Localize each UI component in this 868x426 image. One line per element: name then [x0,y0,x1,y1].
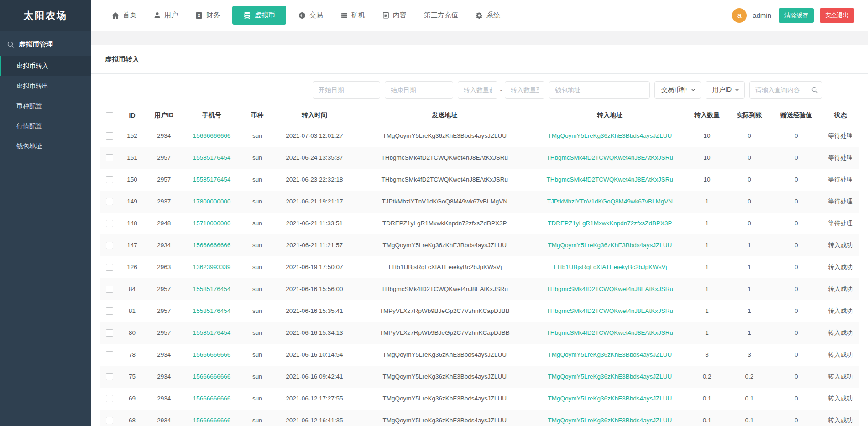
to-address-link[interactable]: THbgmcSMk4fD2TCWQKwet4nJ8EAtKxJSRu [547,307,674,314]
select-all-checkbox[interactable] [106,112,113,119]
phone-link[interactable]: 15585176454 [193,154,231,161]
wallet-address-input[interactable] [549,81,650,99]
cell-coin: sun [241,322,274,344]
cell-from-address: TMgQoymY5LreKg36zKhE3Bbds4aysJZLUU [356,234,534,256]
cell-to-address: THbgmcSMk4fD2TCWQKwet4nJ8EAtKxJSRu [534,169,686,191]
phone-link[interactable]: 15710000000 [193,220,231,227]
cell-coin: sun [241,344,274,366]
row-checkbox[interactable] [106,198,113,205]
phone-link[interactable]: 15666666666 [193,351,231,358]
coin-type-select[interactable]: 交易币种 [654,81,701,99]
row-checkbox[interactable] [106,373,113,380]
phone-link[interactable]: 15666666666 [193,373,231,380]
sidebar-item-market-config[interactable]: 行情配置 [0,116,91,136]
nav-item-user[interactable]: 用户 [149,7,183,24]
search-icon[interactable] [811,86,818,94]
to-address-link[interactable]: THbgmcSMk4fD2TCWQKwet4nJ8EAtKxJSRu [547,154,674,161]
cell-id: 69 [119,388,145,410]
user-id-select[interactable]: 用户ID [706,81,745,99]
to-address-link[interactable]: TMgQoymY5LreKg36zKhE3Bbds4aysJZLUU [548,242,672,249]
to-address-link[interactable]: THbgmcSMk4fD2TCWQKwet4nJ8EAtKxJSRu [547,176,674,183]
nav-item-system[interactable]: 系统 [471,7,505,24]
phone-link[interactable]: 15666666666 [193,417,231,424]
cell-amount: 0.1 [686,410,728,426]
row-checkbox[interactable] [106,176,113,183]
cell-id: 80 [119,322,145,344]
cell-select [100,147,119,169]
row-checkbox[interactable] [106,286,113,293]
table-container: ID用户ID手机号币种转入时间发送地址转入地址转入数量实际到账赠送经验值状态 1… [91,106,868,426]
cell-status: 等待处理 [822,147,859,169]
to-address-link[interactable]: TMgQoymY5LreKg36zKhE3Bbds4aysJZLUU [548,351,672,358]
cell-from-address: THbgmcSMk4fD2TCWQKwet4nJ8EAtKxJSRu [356,278,534,300]
sidebar-item-wallet-address[interactable]: 钱包地址 [0,136,91,156]
nav-item-finance[interactable]: ¥财务 [190,7,225,24]
to-address-link[interactable]: THbgmcSMk4fD2TCWQKwet4nJ8EAtKxJSRu [547,329,674,336]
start-date-input[interactable] [313,81,380,99]
nav-item-home[interactable]: 首页 [107,7,141,24]
phone-link[interactable]: 15585176454 [193,286,231,292]
row-checkbox[interactable] [106,329,113,337]
logout-button[interactable]: 安全退出 [820,8,854,23]
to-address-link[interactable]: TTtb1UBjsRgLcXfATEeiekyBc2bJpKWsVj [553,264,667,270]
row-checkbox[interactable] [106,132,113,140]
clear-cache-button[interactable]: 清除缓存 [779,8,814,23]
cell-time: 2021-06-16 10:14:54 [273,344,356,366]
phone-link[interactable]: 15585176454 [193,176,231,183]
row-checkbox[interactable] [106,351,113,358]
to-address-link[interactable]: TMgQoymY5LreKg36zKhE3Bbds4aysJZLUU [548,373,672,380]
phone-link[interactable]: 15585176454 [193,329,231,336]
phone-link[interactable]: 15666666666 [193,242,231,249]
home-icon [112,12,119,19]
cell-status: 转入成功 [822,256,859,278]
to-address-link[interactable]: TJPtkMhziYTnV1dKGoQ8M49wk67vBLMgVN [547,198,673,205]
column-header: 转入时间 [273,106,356,125]
nav-item-miner[interactable]: 矿机 [335,7,370,24]
cell-exp: 0 [770,322,822,344]
cell-id: 152 [119,125,145,147]
cell-actual: 3 [728,344,771,366]
cell-phone: 13623993339 [182,256,241,278]
cell-id: 149 [119,191,145,213]
sidebar-item-transfer-out[interactable]: 虚拟币转出 [0,76,91,96]
phone-link[interactable]: 15585176454 [193,307,231,314]
end-date-input[interactable] [385,81,453,99]
cell-user-id: 2934 [146,366,183,388]
amount-from-input[interactable] [458,81,497,99]
table-row: 80295715585176454sun2021-06-16 15:34:13T… [100,322,859,344]
cell-time: 2021-06-16 15:56:00 [273,278,356,300]
to-address-link[interactable]: TMgQoymY5LreKg36zKhE3Bbds4aysJZLUU [548,395,672,402]
row-checkbox[interactable] [106,395,113,402]
cell-select [100,169,119,191]
to-address-link[interactable]: TDREPZ1yLgR1MxwkKnpdn72zfxsZdBPX3P [548,220,672,227]
to-address-link[interactable]: THbgmcSMk4fD2TCWQKwet4nJ8EAtKxJSRu [547,286,674,292]
chevron-down-icon [690,87,696,93]
phone-link[interactable]: 15666666666 [193,395,231,402]
phone-link[interactable]: 17800000000 [193,198,231,205]
nav-item-content[interactable]: 内容 [377,7,412,24]
row-checkbox[interactable] [106,242,113,249]
avatar[interactable]: a [732,8,747,23]
row-checkbox[interactable] [106,307,113,315]
row-checkbox[interactable] [106,264,113,271]
row-checkbox[interactable] [106,417,113,424]
amount-to-input[interactable] [505,81,544,99]
row-checkbox[interactable] [106,154,113,161]
cell-to-address: TJPtkMhziYTnV1dKGoQ8M49wk67vBLMgVN [534,191,686,213]
sidebar-item-coin-config[interactable]: 币种配置 [0,96,91,116]
nav-item-third-party[interactable]: 第三方充值 [419,7,463,24]
cell-select [100,344,119,366]
page-title: 虚拟币转入 [91,45,868,74]
phone-link[interactable]: 13623993339 [193,264,231,270]
sidebar-group-label: 虚拟币管理 [19,40,53,49]
row-checkbox[interactable] [106,220,113,227]
cell-phone: 15666666666 [182,388,241,410]
nav-item-trade[interactable]: 交易 [293,7,328,24]
to-address-link[interactable]: TMgQoymY5LreKg36zKhE3Bbds4aysJZLUU [548,417,672,424]
sidebar-item-transfer-in[interactable]: 虚拟币转入 [0,56,91,76]
to-address-link[interactable]: TMgQoymY5LreKg36zKhE3Bbds4aysJZLUU [548,132,672,139]
phone-link[interactable]: 15666666666 [193,132,231,139]
nav-item-coin[interactable]: 虚拟币 [232,6,286,25]
cell-coin: sun [241,256,274,278]
username[interactable]: admin [753,11,771,19]
